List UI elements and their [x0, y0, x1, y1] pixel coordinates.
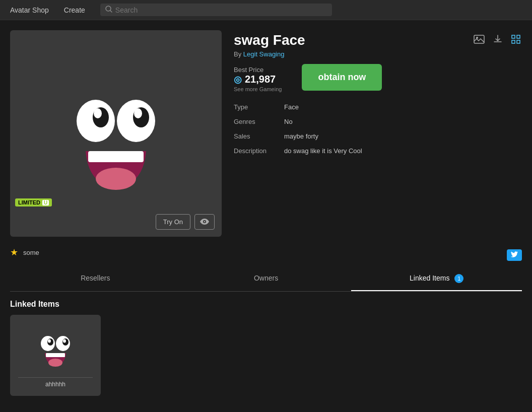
download-icon-button[interactable]	[492, 33, 504, 48]
main-container: LIMITED U Try On	[0, 20, 532, 412]
svg-point-20	[48, 339, 51, 343]
linked-item-face-svg	[33, 325, 78, 371]
svg-point-4	[94, 108, 102, 118]
tab-linked-items[interactable]: Linked Items 1	[351, 267, 522, 291]
linked-items-grid: ahhhhh	[10, 315, 522, 396]
linked-item-image	[30, 323, 81, 373]
svg-rect-15	[517, 35, 520, 38]
svg-point-25	[48, 359, 62, 367]
svg-point-11	[204, 221, 206, 223]
grid-icon-button[interactable]	[510, 33, 522, 48]
search-bar-container	[100, 4, 332, 16]
image-icon	[474, 35, 485, 44]
type-value: Face	[284, 102, 522, 112]
product-section: LIMITED U Try On	[10, 30, 522, 237]
creator-link[interactable]: Legit Swaging	[243, 50, 285, 58]
genres-value: No	[284, 117, 522, 126]
product-face-image	[50, 68, 181, 199]
linked-item-card[interactable]: ahhhhh	[10, 315, 101, 396]
price-number: 21,987	[245, 74, 276, 85]
description-label: Description	[234, 146, 284, 156]
search-icon	[105, 6, 112, 14]
description-value: do swag like it is Very Cool	[284, 146, 522, 156]
svg-rect-14	[512, 35, 515, 38]
info-table: Type Face Genres No Sales maybe forty De…	[234, 102, 522, 156]
obtain-now-button[interactable]: obtain now	[302, 64, 382, 91]
try-on-button[interactable]: Try On	[156, 214, 190, 230]
twitter-button[interactable]	[507, 249, 522, 261]
try-on-bar: Try On	[156, 214, 215, 230]
navbar: Avatar Shop Create	[0, 0, 532, 20]
see-more-text: See more Gameing	[234, 86, 282, 92]
svg-rect-16	[512, 40, 515, 43]
linked-items-badge: 1	[454, 274, 463, 283]
linked-items-title: Linked Items	[10, 300, 522, 309]
grid-icon	[511, 34, 521, 44]
limited-u-badge: U	[42, 200, 49, 205]
star-icon: ★	[10, 247, 18, 258]
product-by: By Legit Swaging	[234, 50, 522, 58]
eye-icon	[200, 219, 209, 225]
below-image-row: ★ some	[10, 247, 522, 263]
limited-text: LIMITED	[18, 199, 40, 205]
price-row: Best Price ◎ 21,987 See more Gameing obt…	[234, 66, 522, 92]
tab-owners[interactable]: Owners	[181, 267, 352, 291]
price-block: Best Price ◎ 21,987 See more Gameing	[234, 66, 282, 92]
rating-row: ★ some	[10, 247, 39, 258]
image-icon-button[interactable]	[473, 33, 486, 48]
preview-eye-button[interactable]	[194, 214, 215, 230]
robux-icon: ◎	[234, 74, 242, 85]
svg-point-23	[63, 339, 66, 343]
product-info: swag Face By Legit Swaging Best Price ◎ …	[234, 30, 522, 237]
type-label: Type	[234, 102, 284, 112]
tab-resellers[interactable]: Resellers	[10, 267, 181, 291]
genres-label: Genres	[234, 117, 284, 126]
svg-point-7	[134, 108, 142, 118]
best-price-label: Best Price	[234, 66, 282, 74]
price-value: ◎ 21,987 See more Gameing	[234, 74, 282, 92]
price-amount: ◎ 21,987	[234, 74, 282, 85]
sales-value: maybe forty	[284, 131, 522, 141]
svg-rect-8	[88, 151, 144, 162]
product-image-wrap: LIMITED U Try On	[10, 30, 222, 237]
twitter-icon	[511, 251, 518, 257]
svg-line-1	[110, 11, 112, 12]
tab-linked-items-label: Linked Items	[410, 274, 449, 282]
linked-items-section: Linked Items	[10, 292, 522, 404]
linked-item-name: ahhhhh	[18, 377, 93, 388]
nav-create[interactable]: Create	[64, 6, 85, 14]
rating-label: some	[23, 249, 39, 256]
download-icon	[493, 34, 503, 44]
top-icons	[473, 33, 522, 48]
svg-point-9	[96, 168, 136, 190]
svg-rect-24	[46, 353, 65, 357]
limited-badge: LIMITED U	[15, 198, 52, 207]
svg-rect-17	[517, 40, 520, 43]
nav-avatar-shop[interactable]: Avatar Shop	[10, 6, 49, 14]
tabs-row: Resellers Owners Linked Items 1	[10, 267, 522, 292]
search-input[interactable]	[115, 6, 327, 14]
sales-label: Sales	[234, 131, 284, 141]
